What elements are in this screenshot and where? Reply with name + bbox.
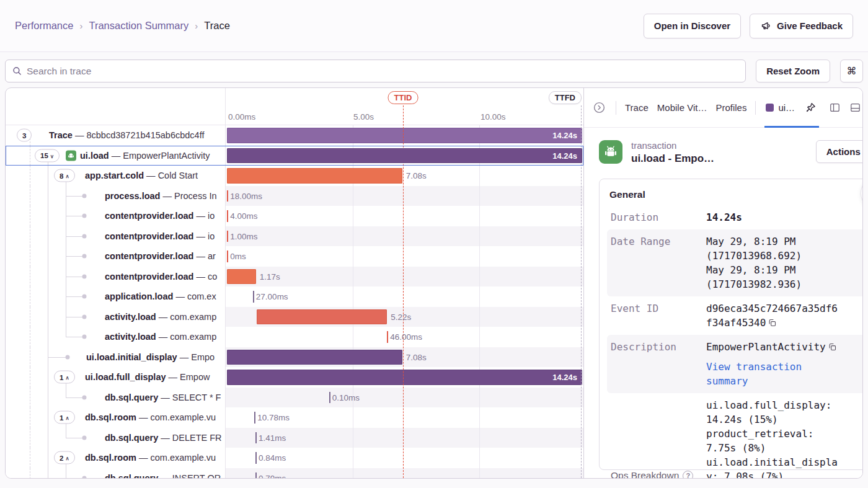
span-timeline-cell[interactable]: 0.10ms bbox=[226, 388, 583, 408]
span-duration-bar[interactable] bbox=[227, 350, 402, 365]
span-timeline-cell[interactable]: 5.22s bbox=[226, 307, 583, 327]
span-tree-cell[interactable]: 3Trace — 8cbbcd38721b415ab6cbdc4ff bbox=[6, 125, 226, 146]
span-count-pill[interactable]: 2∧ bbox=[54, 451, 75, 464]
span-timeline-cell[interactable]: 27.00ms bbox=[226, 286, 583, 307]
span-tree-cell[interactable]: db.sql.query — INSERT OR bbox=[6, 468, 226, 479]
breadcrumb-transaction-summary[interactable]: Transaction Summary bbox=[89, 20, 188, 32]
span-timeline-cell[interactable]: 0ms bbox=[226, 246, 583, 267]
span-timeline-cell[interactable]: 1.17s bbox=[226, 267, 583, 287]
span-timeline-cell[interactable]: 1.41ms bbox=[226, 428, 583, 448]
span-timeline-cell[interactable]: 0.84ms bbox=[226, 448, 583, 468]
span-tick-marker[interactable] bbox=[255, 452, 257, 464]
span-tree-cell[interactable]: 8∧app.start.cold — Cold Start bbox=[6, 166, 226, 186]
span-count-pill[interactable]: 3 bbox=[17, 129, 32, 142]
pin-tab-icon[interactable] bbox=[804, 100, 818, 115]
span-timeline-cell[interactable]: 10.78ms bbox=[226, 407, 583, 428]
give-feedback-button[interactable]: Give Feedback bbox=[750, 14, 853, 38]
span-tick-marker[interactable] bbox=[253, 291, 254, 303]
span-tick-marker[interactable] bbox=[329, 392, 330, 404]
span-timeline-cell[interactable]: 7.08s bbox=[226, 166, 583, 186]
expand-panel-icon[interactable] bbox=[591, 100, 607, 115]
tab-trace[interactable]: Trace bbox=[625, 102, 649, 113]
trace-span-row[interactable]: process.load — Process In18.00ms bbox=[6, 186, 583, 206]
span-tick-marker[interactable] bbox=[255, 432, 257, 444]
reset-zoom-button[interactable]: Reset Zoom bbox=[756, 60, 830, 82]
span-tree-cell[interactable]: 2∧db.sql.room — com.example.vu bbox=[6, 448, 226, 468]
trace-span-row[interactable]: contentprovider.load — ar0ms bbox=[6, 246, 583, 267]
span-tree-cell[interactable]: 1∧ui.load.full_display — Empow bbox=[6, 367, 226, 388]
span-tick-marker[interactable] bbox=[227, 190, 228, 202]
actions-button[interactable]: Actions ∨ bbox=[816, 140, 863, 163]
span-tree-cell[interactable]: contentprovider.load — io bbox=[6, 206, 226, 226]
span-duration-bar[interactable]: 14.24s bbox=[227, 148, 582, 164]
span-timeline-cell[interactable]: 18.00ms bbox=[226, 186, 583, 206]
span-tree-cell[interactable]: application.load — com.ex bbox=[6, 286, 226, 307]
span-tree-cell[interactable]: contentprovider.load — ar bbox=[6, 246, 226, 267]
trace-span-row[interactable]: application.load — com.ex27.00ms bbox=[6, 286, 583, 307]
span-tree-cell[interactable]: activity.load — com.examp bbox=[6, 327, 226, 347]
ttid-badge[interactable]: TTID bbox=[388, 91, 418, 104]
trace-span-row[interactable]: 1∧ui.load.full_display — Empow14.24s bbox=[6, 367, 583, 388]
span-tick-marker[interactable] bbox=[387, 331, 388, 343]
span-timeline-cell[interactable]: 46.00ms bbox=[226, 327, 583, 347]
span-duration-bar[interactable]: 14.24s bbox=[227, 370, 582, 385]
open-in-discover-button[interactable]: Open in Discover bbox=[644, 14, 741, 38]
span-timeline-cell[interactable]: 0.79ms bbox=[226, 468, 583, 479]
span-timeline-cell[interactable]: 14.24s bbox=[226, 146, 583, 166]
trace-span-row[interactable]: contentprovider.load — io4.00ms bbox=[6, 206, 583, 226]
span-duration-bar[interactable] bbox=[227, 269, 256, 285]
help-icon[interactable]: ? bbox=[683, 471, 693, 479]
span-tree-cell[interactable]: 15∨ui.load — EmpowerPlantActivity bbox=[6, 146, 226, 166]
span-count-pill[interactable]: 1∧ bbox=[54, 371, 75, 384]
span-tick-marker[interactable] bbox=[227, 210, 228, 222]
trace-span-row[interactable]: 15∨ui.load — EmpowerPlantActivity14.24s bbox=[6, 146, 583, 166]
trace-span-row[interactable]: 2∧db.sql.room — com.example.vu0.84ms bbox=[6, 448, 583, 468]
trace-span-row[interactable]: db.sql.query — DELETE FR1.41ms bbox=[6, 428, 583, 448]
trace-span-row[interactable]: 8∧app.start.cold — Cold Start7.08s bbox=[6, 166, 583, 186]
span-duration-bar[interactable] bbox=[227, 168, 402, 184]
span-tree-cell[interactable]: ui.load.initial_display — Empo bbox=[6, 347, 226, 368]
search-input[interactable] bbox=[27, 66, 739, 77]
copy-icon[interactable] bbox=[828, 342, 837, 352]
span-tick-marker[interactable] bbox=[255, 472, 257, 479]
span-tree-cell[interactable]: contentprovider.load — io bbox=[6, 226, 226, 247]
tab-mobile-vitals[interactable]: Mobile Vit… bbox=[657, 102, 707, 113]
span-timeline-cell[interactable]: 14.24s bbox=[226, 367, 583, 388]
trace-span-row[interactable]: contentprovider.load — io1.00ms bbox=[6, 226, 583, 247]
span-timeline-cell[interactable]: 4.00ms bbox=[226, 206, 583, 226]
span-tick-marker[interactable] bbox=[227, 251, 228, 262]
span-tree-cell[interactable]: contentprovider.load — co bbox=[6, 267, 226, 287]
dock-left-icon[interactable] bbox=[828, 100, 842, 115]
ttfd-badge[interactable]: TTFD bbox=[549, 91, 582, 104]
span-duration-bar[interactable] bbox=[257, 309, 387, 325]
copy-icon[interactable] bbox=[768, 318, 777, 327]
span-tick-marker[interactable] bbox=[254, 412, 255, 424]
span-timeline-cell[interactable]: 1.00ms bbox=[226, 226, 583, 247]
tab-ui-load[interactable]: ui… bbox=[766, 102, 795, 113]
span-tree-cell[interactable]: db.sql.query — SELECT * F bbox=[6, 388, 226, 408]
dock-bottom-icon[interactable] bbox=[848, 100, 862, 115]
tab-profiles[interactable]: Profiles bbox=[715, 102, 746, 113]
span-tree-cell[interactable]: process.load — Process In bbox=[6, 186, 226, 206]
trace-span-row[interactable]: 3Trace — 8cbbcd38721b415ab6cbdc4ff14.24s bbox=[6, 125, 583, 146]
span-tree-cell[interactable]: db.sql.query — DELETE FR bbox=[6, 428, 226, 448]
trace-span-row[interactable]: 1∧db.sql.room — com.example.vu10.78ms bbox=[6, 407, 583, 428]
trace-span-row[interactable]: db.sql.query — INSERT OR0.79ms bbox=[6, 468, 583, 479]
trace-span-row[interactable]: db.sql.query — SELECT * F0.10ms bbox=[6, 388, 583, 408]
trace-span-row[interactable]: ui.load.initial_display — Empo7.08s bbox=[6, 347, 583, 368]
timeline-header[interactable]: TTID TTFD 0.00ms 5.00s 10.00s bbox=[226, 88, 583, 125]
trace-span-row[interactable]: activity.load — com.examp5.22s bbox=[6, 307, 583, 327]
span-timeline-cell[interactable]: 7.08s bbox=[226, 347, 583, 368]
span-tree-cell[interactable]: 1∧db.sql.room — com.example.vu bbox=[6, 407, 226, 428]
trace-span-row[interactable]: activity.load — com.examp46.00ms bbox=[6, 327, 583, 347]
span-tick-marker[interactable] bbox=[227, 231, 228, 242]
span-count-pill[interactable]: 1∧ bbox=[54, 411, 75, 424]
breadcrumb-performance[interactable]: Performance bbox=[15, 20, 73, 32]
view-transaction-summary-link[interactable]: summary bbox=[706, 374, 863, 388]
search-box[interactable] bbox=[5, 60, 746, 82]
view-transaction-summary-link[interactable]: View transaction bbox=[706, 360, 863, 374]
span-duration-bar[interactable]: 14.24s bbox=[227, 128, 582, 143]
shortcut-button[interactable]: ⌘ bbox=[840, 60, 863, 82]
span-count-pill[interactable]: 8∧ bbox=[54, 169, 75, 182]
span-tree-cell[interactable]: activity.load — com.examp bbox=[6, 307, 226, 327]
